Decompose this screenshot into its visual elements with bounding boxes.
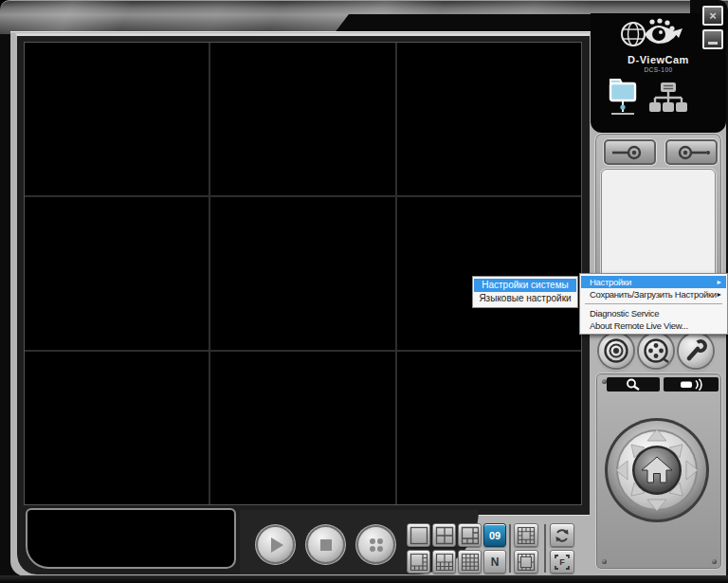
brand-subtitle: DCS-100 [591,66,726,73]
layout-1-icon [410,526,428,545]
video-cell[interactable] [397,352,581,504]
layout-16-icon [461,553,480,572]
brand-title: D-ViewCam [591,54,726,65]
disconnect-button[interactable] [665,139,718,165]
record-folder-icon[interactable] [608,76,638,118]
ptz-wheel[interactable] [604,417,710,523]
menu-item-system-settings[interactable]: Настройки системы [474,279,576,292]
layout-9-label: 09 [489,530,500,541]
disconnect-icon [671,144,713,161]
wrench-icon [682,337,710,365]
close-icon: × [709,9,717,22]
menu-item-about[interactable]: About Remote Live View... [581,319,726,332]
layout-4-icon [435,526,454,545]
video-cell[interactable] [25,43,209,195]
stop-button[interactable] [308,527,343,562]
menu-item-save-load-settings[interactable]: Сохранить/Загрузить Настройки ► [581,288,726,301]
window-bottom-edge [0,575,728,583]
rotate-icon [553,526,572,545]
layout-13a-icon [517,526,536,545]
record-button[interactable] [599,334,633,368]
video-cell[interactable] [25,197,209,350]
layout-6-button[interactable] [458,523,482,547]
connect-button[interactable] [604,139,656,165]
layout-4-button[interactable] [432,523,456,547]
film-reel-icon [642,337,670,365]
minimize-button[interactable] [702,29,723,49]
video-cell[interactable] [397,43,581,195]
speed-section-label [664,377,719,392]
layout-10-button[interactable] [432,550,456,574]
screw [602,559,607,564]
layout-8-icon [410,553,428,572]
playback-button[interactable] [639,334,673,368]
layout-16-button[interactable] [458,550,482,574]
setup-button[interactable] [679,334,713,368]
context-menu: Настройки системы Языковые настройки [472,276,578,308]
stop-icon [320,539,332,551]
layout-separator-2 [544,524,546,573]
layout-n-label: N [491,556,500,569]
layout-9-button[interactable]: 09 [483,523,506,547]
menu-item-language-settings[interactable]: Языковые настройки [474,292,576,305]
multi-view-button[interactable] [358,527,393,562]
video-cell[interactable] [210,43,394,195]
layout-13b-button[interactable] [514,550,538,574]
zoom-section-label [607,377,660,392]
layout-13b-icon [517,553,536,572]
screw [712,559,717,564]
event-log [26,508,236,569]
play-icon [271,537,283,553]
dviewcam-logo-icon [616,15,684,53]
layout-13a-button[interactable] [514,523,538,547]
layout-n-button[interactable]: N [483,550,506,574]
record-icon [602,337,630,365]
layout-8-button[interactable] [407,550,430,574]
menu-item-settings[interactable]: Настройки ► [581,276,726,288]
layout-10-icon [435,553,454,572]
video-cell[interactable] [210,352,394,504]
video-cell[interactable] [25,352,209,504]
submenu-arrow-icon: ► [716,288,722,301]
quad-dots-icon [366,535,387,556]
menu-item-diagnostic-service[interactable]: Diagnostic Service [581,307,726,319]
settings-submenu: Настройки ► Сохранить/Загрузить Настройк… [579,273,728,335]
speed-icon [671,378,711,391]
menu-separator [585,303,722,304]
layout-6-icon [461,526,480,545]
submenu-arrow-icon: ► [716,276,722,288]
connect-icon [610,144,651,161]
magnifier-icon [614,378,652,391]
video-grid [24,42,582,505]
video-cell[interactable] [210,197,394,350]
close-button[interactable]: × [702,6,723,26]
minimize-icon [708,42,718,45]
play-button[interactable] [258,527,293,562]
rotate-view-button[interactable] [550,523,574,547]
fullscreen-label: F [559,557,565,567]
app-window: × 09 [0,0,728,583]
layout-separator [509,524,511,573]
camera-tree-icon[interactable] [648,82,688,116]
video-cell[interactable] [397,197,581,350]
layout-1-button[interactable] [407,523,430,547]
fullscreen-button[interactable]: F [550,550,574,574]
